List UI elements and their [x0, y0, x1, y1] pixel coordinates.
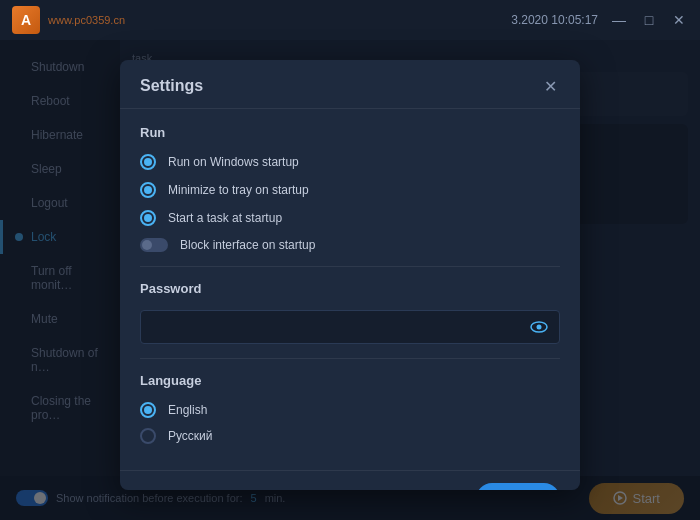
- radio-russian[interactable]: [140, 428, 156, 444]
- password-input-row[interactable]: [140, 310, 560, 344]
- password-section-title: Password: [140, 281, 560, 296]
- radio-english[interactable]: [140, 402, 156, 418]
- modal-header: Settings ✕: [120, 60, 580, 109]
- block-interface-toggle[interactable]: [140, 238, 168, 252]
- run-section-title: Run: [140, 125, 560, 140]
- block-interface-label: Block interface on startup: [180, 238, 315, 252]
- watermark-text: www.pc0359.cn: [48, 14, 125, 26]
- language-option-russian[interactable]: Русский: [140, 428, 560, 444]
- language-section-title: Language: [140, 373, 560, 388]
- russian-label: Русский: [168, 429, 213, 443]
- modal-body: Run Run on Windows startup Minimize to t…: [120, 109, 580, 470]
- app-logo: A: [12, 6, 40, 34]
- section-divider-2: [140, 358, 560, 359]
- settings-modal: Settings ✕ Run Run on Windows startup Mi…: [120, 60, 580, 490]
- modal-title: Settings: [140, 77, 203, 95]
- modal-overlay[interactable]: Settings ✕ Run Run on Windows startup Mi…: [0, 40, 700, 520]
- datetime-display: 3.2020 10:05:17: [511, 13, 598, 27]
- start-task-label: Start a task at startup: [168, 211, 282, 225]
- title-bar-right: 3.2020 10:05:17 — □ ✕: [511, 11, 688, 29]
- title-bar: A www.pc0359.cn 3.2020 10:05:17 — □ ✕: [0, 0, 700, 40]
- eye-toggle-icon[interactable]: [529, 317, 549, 337]
- radio-minimize-tray[interactable]: [140, 182, 156, 198]
- modal-close-button[interactable]: ✕: [540, 76, 560, 96]
- password-input[interactable]: [151, 320, 529, 334]
- run-option-block-interface[interactable]: Block interface on startup: [140, 238, 560, 252]
- minimize-tray-label: Minimize to tray on startup: [168, 183, 309, 197]
- radio-start-task[interactable]: [140, 210, 156, 226]
- maximize-button[interactable]: □: [640, 11, 658, 29]
- run-option-minimize-tray[interactable]: Minimize to tray on startup: [140, 182, 560, 198]
- modal-footer: OK: [120, 470, 580, 490]
- run-option-start-task[interactable]: Start a task at startup: [140, 210, 560, 226]
- close-button[interactable]: ✕: [670, 11, 688, 29]
- section-divider-1: [140, 266, 560, 267]
- minimize-button[interactable]: —: [610, 11, 628, 29]
- radio-windows-startup[interactable]: [140, 154, 156, 170]
- title-bar-left: A www.pc0359.cn: [12, 6, 125, 34]
- run-option-windows-startup[interactable]: Run on Windows startup: [140, 154, 560, 170]
- windows-startup-label: Run on Windows startup: [168, 155, 299, 169]
- ok-button[interactable]: OK: [476, 483, 560, 490]
- svg-point-2: [537, 325, 542, 330]
- english-label: English: [168, 403, 207, 417]
- language-option-english[interactable]: English: [140, 402, 560, 418]
